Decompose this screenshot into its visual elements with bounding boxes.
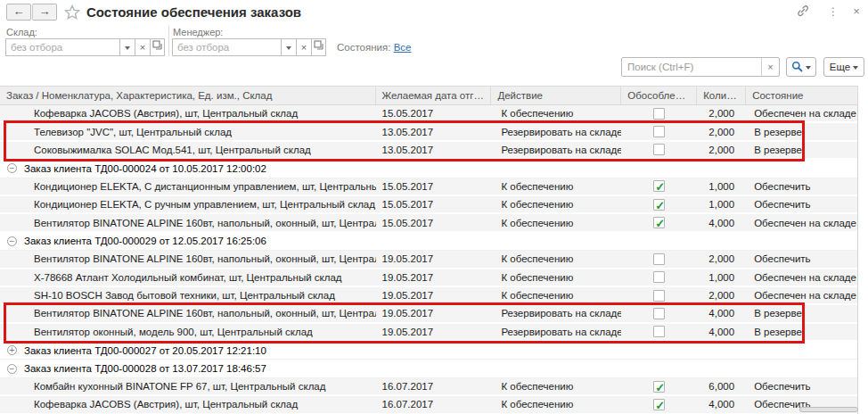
quantity-value: 4,000 xyxy=(697,215,746,231)
table-row[interactable]: Кофеварка JACOBS (Австрия), шт, Централь… xyxy=(0,396,857,414)
states-filter: Состояния: Все xyxy=(337,42,411,53)
quantity-value: 2,000 xyxy=(697,251,746,267)
horizontal-scrollbar[interactable] xyxy=(799,407,858,412)
separate-cell xyxy=(621,199,697,211)
orders-table: Заказ / Номенклатура, Характеристика, Ед… xyxy=(0,86,858,414)
manager-input[interactable] xyxy=(172,38,281,56)
warehouse-label: Склад: xyxy=(6,27,37,37)
checkbox-unchecked[interactable] xyxy=(653,326,665,337)
checkbox-unchecked[interactable] xyxy=(653,144,665,155)
column-header-quantity[interactable]: Количес... xyxy=(697,87,746,104)
item-name: Х-78668 Атлант Холодильный комбинат, шт,… xyxy=(0,269,376,286)
shipment-date: 19.05.2017 xyxy=(376,269,492,286)
table-row[interactable]: Вентилятор оконный, модель 900, шт, Цент… xyxy=(0,324,857,342)
table-row[interactable]: Кондиционер ELEKTA, С дистанционным упра… xyxy=(0,178,857,196)
table-row[interactable]: Кондиционер ELEKTA, С ручным управлением… xyxy=(0,196,857,214)
checkbox-checked[interactable] xyxy=(653,399,665,410)
status-value: Обеспечен на складе xyxy=(746,105,857,121)
expand-icon[interactable]: + xyxy=(7,345,17,355)
warehouse-clear-icon[interactable]: × xyxy=(135,38,150,56)
checkbox-checked[interactable] xyxy=(653,180,665,192)
table-row[interactable]: Вентилятор BINATONE ALPINE 160вт, наполь… xyxy=(0,251,857,269)
column-header-date[interactable]: Желаемая дата отгрузки xyxy=(376,87,492,104)
page-title: Состояние обеспечения заказов xyxy=(86,4,301,20)
search-row: × Еще xyxy=(0,55,868,82)
back-button[interactable]: ← xyxy=(6,4,31,21)
shipment-date: 19.05.2017 xyxy=(376,287,492,303)
separate-cell xyxy=(621,290,697,302)
column-header-separate[interactable]: Обособленно xyxy=(621,87,697,104)
quantity-value: 2,000 xyxy=(697,287,746,303)
favorite-star-icon[interactable] xyxy=(63,4,81,21)
item-name: Вентилятор BINATONE ALPINE 160вт, наполь… xyxy=(0,251,376,267)
checkbox-unchecked[interactable] xyxy=(653,108,665,120)
action-value: Резервировать на складе xyxy=(491,124,621,140)
status-value: В резерве xyxy=(746,305,857,321)
manager-clear-icon[interactable]: × xyxy=(296,38,311,56)
manager-choose-icon[interactable] xyxy=(311,38,326,56)
status-value: Обеспечен на складе xyxy=(746,269,857,286)
group-row[interactable]: −Заказ клиента ТД00-000028 от 13.07.2017… xyxy=(0,360,857,377)
status-value: В резерве xyxy=(746,142,857,158)
group-row[interactable]: −Заказ клиента ТД00-000024 от 10.05.2017… xyxy=(0,160,857,178)
group-row[interactable]: +Заказ клиента ТД00-000027 от 20.05.2017… xyxy=(0,342,857,360)
search-clear-icon[interactable]: × xyxy=(761,58,779,76)
group-row[interactable]: −Заказ клиента ТД00-000029 от 12.05.2017… xyxy=(0,233,857,251)
table-row[interactable]: Кофеварка JACOBS (Австрия), шт, Централь… xyxy=(0,105,857,123)
item-name: Комбайн кухонный BINATONE FP 67, шт, Цен… xyxy=(0,378,376,394)
checkbox-unchecked[interactable] xyxy=(653,271,665,283)
checkbox-unchecked[interactable] xyxy=(653,253,665,265)
collapse-icon[interactable]: − xyxy=(7,364,17,374)
status-value: В резерве xyxy=(746,124,857,140)
column-header-status[interactable]: Состояние xyxy=(746,87,857,104)
manager-dropdown-icon[interactable] xyxy=(281,38,296,56)
table-row[interactable]: Вентилятор BINATONE ALPINE 160вт, наполь… xyxy=(0,214,857,232)
action-value: К обеспечению xyxy=(491,287,621,303)
table-row[interactable]: SH-10 BOSCH Завод бытовой техники, шт, Ц… xyxy=(0,287,857,305)
column-header-order[interactable]: Заказ / Номенклатура, Характеристика, Ед… xyxy=(0,87,376,104)
table-row[interactable]: Комбайн кухонный BINATONE FP 67, шт, Цен… xyxy=(0,378,857,396)
separate-cell xyxy=(621,108,697,120)
quantity-value: 2,000 xyxy=(697,124,746,140)
checkbox-unchecked[interactable] xyxy=(653,126,665,137)
checkbox-checked[interactable] xyxy=(653,381,665,393)
action-value: Резервировать на складе xyxy=(491,324,621,340)
more-button[interactable]: Еще xyxy=(823,57,864,77)
get-link-icon[interactable] xyxy=(795,4,811,20)
states-all-link[interactable]: Все xyxy=(394,42,412,53)
search-input[interactable] xyxy=(622,58,761,76)
shipment-date: 16.07.2017 xyxy=(376,378,492,394)
warehouse-input[interactable] xyxy=(5,38,119,56)
filter-panel: Склад: × Менеджер: × Состояния: Все xyxy=(0,26,868,56)
separate-cell xyxy=(621,326,697,337)
table-row[interactable]: Вентилятор BINATONE ALPINE 160вт, наполь… xyxy=(0,305,857,323)
quantity-value: 1,000 xyxy=(697,269,746,286)
forward-button[interactable]: → xyxy=(32,4,57,21)
separate-cell xyxy=(621,399,697,410)
item-name: Кондиционер ELEKTA, С ручным управлением… xyxy=(0,196,376,212)
collapse-icon[interactable]: − xyxy=(7,236,17,246)
column-header-action[interactable]: Действие xyxy=(491,87,621,104)
table-row[interactable]: Телевизор "JVC", шт, Центральный склад13… xyxy=(0,123,857,141)
group-title: Заказ клиента ТД00-000029 от 12.05.2017 … xyxy=(24,236,266,246)
action-value: К обеспечению xyxy=(491,215,621,231)
search-button[interactable] xyxy=(786,57,816,77)
status-value: Обеспечить xyxy=(746,196,857,212)
warehouse-choose-icon[interactable] xyxy=(150,38,165,56)
action-value: К обеспечению xyxy=(491,378,621,394)
item-name: Соковыжималка SOLAC Мод.541, шт, Централ… xyxy=(0,142,376,158)
table-row[interactable]: Соковыжималка SOLAC Мод.541, шт, Централ… xyxy=(0,142,857,160)
close-icon[interactable]: × xyxy=(848,4,864,20)
checkbox-unchecked[interactable] xyxy=(653,290,665,302)
item-name: Кофеварка JACOBS (Австрия), шт, Централь… xyxy=(0,105,376,121)
warehouse-dropdown-icon[interactable] xyxy=(119,38,135,56)
table-row[interactable]: Х-78668 Атлант Холодильный комбинат, шт,… xyxy=(0,269,857,287)
separate-cell xyxy=(621,253,697,265)
collapse-icon[interactable]: − xyxy=(7,163,17,173)
shipment-date: 13.05.2017 xyxy=(376,124,492,140)
more-menu-icon[interactable]: ⋮ xyxy=(825,4,841,20)
checkbox-checked[interactable] xyxy=(653,217,665,228)
checkbox-unchecked[interactable] xyxy=(653,308,665,319)
checkbox-checked[interactable] xyxy=(653,199,665,211)
manager-label: Менеджер: xyxy=(173,27,223,37)
